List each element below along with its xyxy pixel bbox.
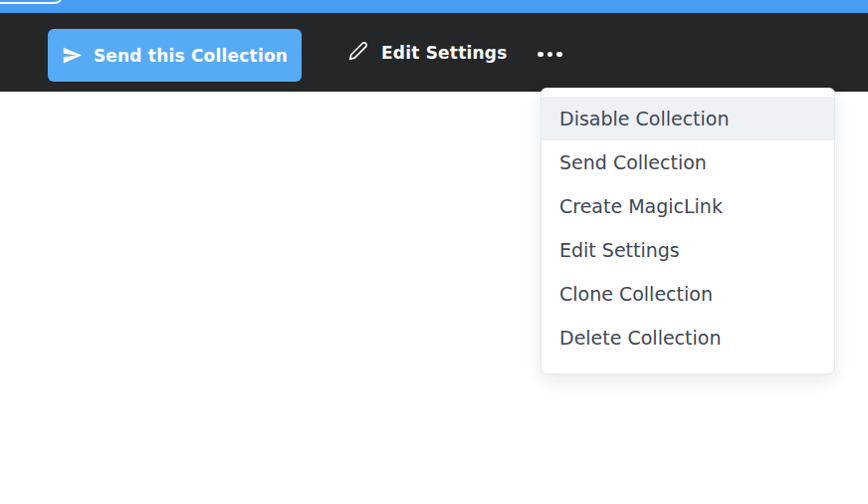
ellipsis-icon: [538, 52, 562, 58]
more-actions-button[interactable]: [536, 13, 564, 92]
menu-item[interactable]: Edit Settings: [542, 228, 834, 272]
pencil-icon: [348, 41, 368, 65]
menu-item-label: Send Collection: [559, 151, 707, 173]
send-button-label: Send this Collection: [94, 46, 288, 66]
edit-settings-button[interactable]: Edit Settings: [348, 13, 508, 92]
edit-settings-label: Edit Settings: [381, 43, 508, 63]
menu-item-label: Create MagicLink: [559, 195, 723, 217]
menu-item[interactable]: Create MagicLink: [542, 184, 834, 228]
page: Send this Collection Edit Settings Disab…: [0, 0, 868, 504]
collection-action-bar: Send this Collection Edit Settings: [0, 13, 868, 92]
collection-actions-menu: Disable Collection Send Collection Creat…: [541, 88, 835, 375]
menu-item-label: Clone Collection: [559, 283, 713, 305]
menu-item-label: Edit Settings: [559, 239, 680, 261]
menu-item[interactable]: Send Collection: [542, 140, 834, 184]
menu-item[interactable]: Clone Collection: [542, 272, 834, 316]
cutoff-button-outline[interactable]: [0, 0, 63, 4]
menu-item-label: Delete Collection: [559, 327, 721, 349]
menu-item[interactable]: Disable Collection: [542, 97, 834, 140]
send-icon: [62, 45, 83, 66]
menu-item[interactable]: Delete Collection: [542, 316, 834, 360]
menu-item-label: Disable Collection: [559, 108, 730, 129]
top-blue-bar: [0, 0, 868, 13]
send-this-collection-button[interactable]: Send this Collection: [48, 29, 302, 82]
